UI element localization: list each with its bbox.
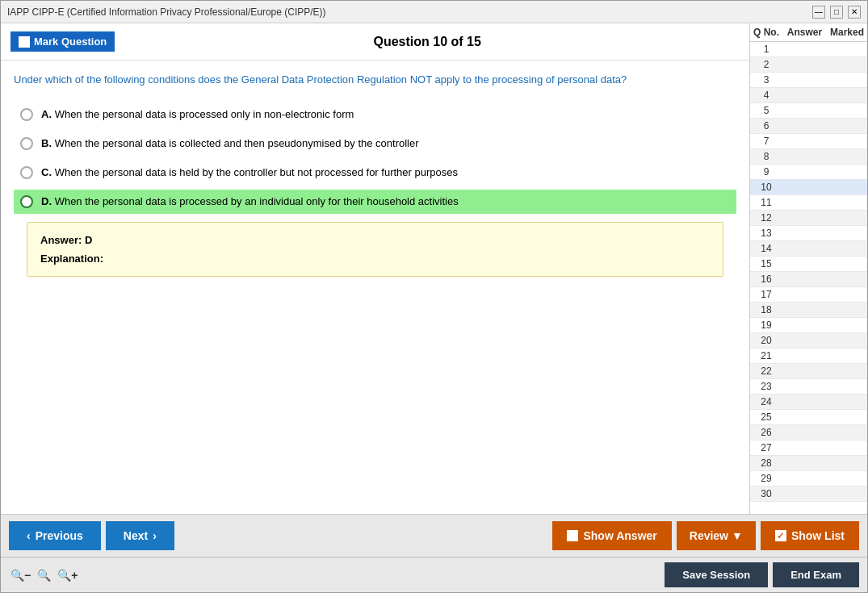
- question-list-item-29[interactable]: 29: [750, 471, 867, 487]
- zoom-in-button[interactable]: 🔍+: [56, 569, 79, 582]
- ql-qno-27: 27: [750, 442, 782, 453]
- explanation-line: Explanation:: [40, 253, 710, 265]
- show-list-check-icon: ✓: [775, 530, 786, 541]
- question-list-item-23[interactable]: 23: [750, 379, 867, 395]
- zoom-normal-button[interactable]: 🔍: [36, 569, 52, 582]
- option-a-content: When the personal data is processed only…: [55, 108, 354, 120]
- question-list-item-2[interactable]: 2: [750, 57, 867, 73]
- ql-qno-9: 9: [750, 166, 782, 177]
- review-label: Review: [690, 529, 728, 542]
- close-button[interactable]: ✕: [848, 6, 861, 19]
- right-panel-header: Q No. Answer Marked: [750, 23, 867, 42]
- ql-qno-17: 17: [750, 289, 782, 300]
- question-list-item-5[interactable]: 5: [750, 103, 867, 119]
- ql-qno-25: 25: [750, 411, 782, 423]
- header-row: Mark Question Question 10 of 15: [1, 23, 749, 61]
- ql-qno-28: 28: [750, 457, 782, 469]
- ql-qno-24: 24: [750, 396, 782, 407]
- bottom-toolbar: ‹ Previous Next › Show Answer Review ▼ ✓…: [1, 514, 867, 557]
- save-session-button[interactable]: Save Session: [665, 562, 768, 587]
- option-b-row[interactable]: B. When the personal data is collected a…: [14, 132, 736, 156]
- header-answer: Answer: [782, 27, 827, 38]
- option-d-content: When the personal data is processed by a…: [55, 195, 459, 207]
- mark-question-label: Mark Question: [34, 35, 107, 48]
- question-list-item-1[interactable]: 1: [750, 42, 867, 57]
- option-b-text: B. When the personal data is collected a…: [41, 137, 419, 149]
- second-bottom-toolbar: 🔍− 🔍 🔍+ Save Session End Exam: [1, 557, 867, 592]
- ql-qno-18: 18: [750, 304, 782, 315]
- review-arrow-icon: ▼: [732, 529, 743, 542]
- ql-qno-26: 26: [750, 427, 782, 438]
- ql-qno-2: 2: [750, 59, 782, 70]
- show-list-button[interactable]: ✓ Show List: [761, 521, 859, 550]
- question-list-item-7[interactable]: 7: [750, 134, 867, 149]
- ql-qno-4: 4: [750, 90, 782, 101]
- option-a-row[interactable]: A. When the personal data is processed o…: [14, 102, 736, 127]
- question-list-item-15[interactable]: 15: [750, 257, 867, 272]
- question-list-item-18[interactable]: 18: [750, 303, 867, 318]
- zoom-out-button[interactable]: 🔍−: [9, 569, 32, 582]
- end-exam-button[interactable]: End Exam: [773, 562, 859, 587]
- ql-qno-29: 29: [750, 473, 782, 484]
- title-bar-text: IAPP CIPP-E (Certified Information Priva…: [7, 6, 326, 18]
- question-list-item-4[interactable]: 4: [750, 88, 867, 103]
- review-button[interactable]: Review ▼: [677, 521, 756, 550]
- option-d-radio[interactable]: [20, 195, 33, 208]
- question-list-item-3[interactable]: 3: [750, 73, 867, 88]
- option-d-text: D. When the personal data is processed b…: [41, 195, 459, 207]
- minimize-button[interactable]: —: [812, 6, 825, 19]
- mark-question-button[interactable]: Mark Question: [10, 31, 115, 52]
- question-list-item-20[interactable]: 20: [750, 333, 867, 349]
- option-c-radio[interactable]: [20, 166, 33, 179]
- next-arrow-icon: ›: [153, 529, 157, 542]
- question-list-item-27[interactable]: 27: [750, 441, 867, 456]
- ql-qno-14: 14: [750, 243, 782, 254]
- zoom-controls: 🔍− 🔍 🔍+: [9, 569, 79, 582]
- question-area: Under which of the following conditions …: [1, 61, 749, 514]
- question-list-item-19[interactable]: 19: [750, 318, 867, 333]
- question-list-item-17[interactable]: 17: [750, 287, 867, 303]
- question-list-item-28[interactable]: 28: [750, 456, 867, 471]
- ql-qno-30: 30: [750, 488, 782, 499]
- ql-qno-20: 20: [750, 335, 782, 346]
- question-list-item-11[interactable]: 11: [750, 195, 867, 211]
- question-list-item-10[interactable]: 10: [750, 180, 867, 195]
- question-list[interactable]: 1 2 3 4 5 6 7 8: [750, 42, 867, 514]
- question-list-item-9[interactable]: 9: [750, 165, 867, 180]
- question-list-item-13[interactable]: 13: [750, 226, 867, 241]
- question-list-item-8[interactable]: 8: [750, 149, 867, 165]
- question-list-item-24[interactable]: 24: [750, 395, 867, 410]
- question-list-item-21[interactable]: 21: [750, 349, 867, 364]
- question-list-item-25[interactable]: 25: [750, 410, 867, 425]
- question-list-item-16[interactable]: 16: [750, 272, 867, 287]
- question-list-item-12[interactable]: 12: [750, 211, 867, 226]
- option-c-row[interactable]: C. When the personal data is held by the…: [14, 161, 736, 185]
- left-panel: Mark Question Question 10 of 15 Under wh…: [1, 23, 750, 514]
- maximize-button[interactable]: □: [830, 6, 843, 19]
- ql-qno-6: 6: [750, 120, 782, 132]
- ql-qno-12: 12: [750, 212, 782, 223]
- show-answer-button[interactable]: Show Answer: [552, 521, 671, 550]
- option-a-text: A. When the personal data is processed o…: [41, 108, 354, 120]
- option-c-text: C. When the personal data is held by the…: [41, 166, 458, 178]
- previous-button[interactable]: ‹ Previous: [9, 521, 101, 550]
- option-b-letter: B.: [41, 137, 52, 149]
- question-list-item-26[interactable]: 26: [750, 425, 867, 441]
- ql-qno-19: 19: [750, 319, 782, 331]
- question-list-item-6[interactable]: 6: [750, 119, 867, 134]
- option-d-row[interactable]: D. When the personal data is processed b…: [14, 190, 736, 214]
- question-list-item-22[interactable]: 22: [750, 364, 867, 379]
- option-a-radio[interactable]: [20, 108, 33, 121]
- question-list-item-14[interactable]: 14: [750, 241, 867, 257]
- header-qno: Q No.: [750, 27, 782, 38]
- mark-checkbox-icon: [19, 36, 30, 48]
- next-button[interactable]: Next ›: [106, 521, 174, 550]
- option-b-content: When the personal data is collected and …: [55, 137, 419, 149]
- main-container: Mark Question Question 10 of 15 Under wh…: [1, 23, 867, 514]
- ql-qno-11: 11: [750, 197, 782, 208]
- question-list-item-30[interactable]: 30: [750, 487, 867, 502]
- question-title: Question 10 of 15: [115, 35, 740, 49]
- option-b-radio[interactable]: [20, 137, 33, 150]
- ql-qno-1: 1: [750, 44, 782, 55]
- previous-arrow-icon: ‹: [27, 529, 31, 542]
